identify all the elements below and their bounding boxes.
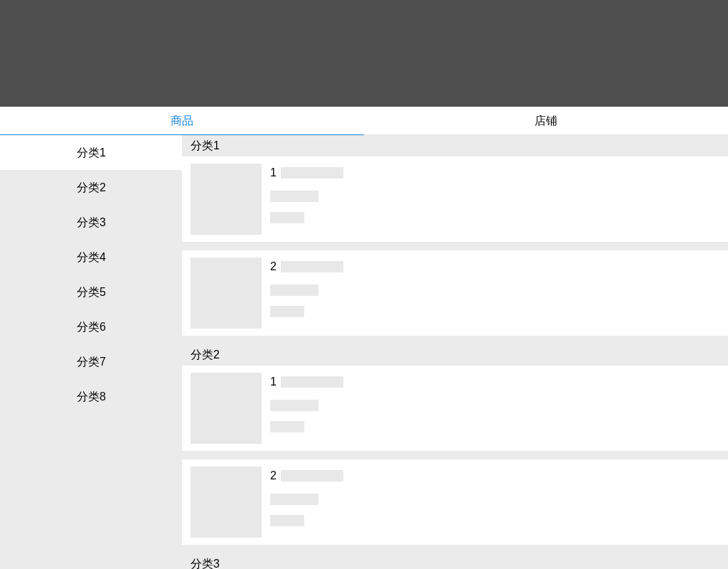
sidebar-item-category-2[interactable]: 分类2 [0,170,182,205]
sidebar-item-category-4[interactable]: 分类4 [0,240,182,275]
item-info: 1 [270,164,343,223]
item-line-skeleton [270,515,304,526]
item-info: 2 [270,257,343,317]
item-thumbnail [191,164,262,235]
item-index: 1 [270,376,277,388]
item-index: 2 [270,260,277,273]
item-line-skeleton [270,306,304,317]
list-item[interactable]: 1 [182,156,728,242]
item-thumbnail [191,257,262,329]
list-item[interactable]: 2 [182,250,728,336]
item-title-skeleton [281,167,343,179]
content[interactable]: 分类1 1 2 分类2 [182,135,728,569]
sidebar-item-category-3[interactable]: 分类3 [0,205,182,240]
header-banner [0,0,728,107]
list-item[interactable]: 1 [182,366,728,451]
item-thumbnail [191,373,262,444]
item-index: 2 [270,469,277,482]
section-header: 分类3 [182,553,728,569]
item-thumbnail [191,467,262,538]
sidebar-item-category-5[interactable]: 分类5 [0,275,182,309]
item-info: 2 [270,467,343,526]
tab-products[interactable]: 商品 [0,107,364,134]
sidebar: 分类1 分类2 分类3 分类4 分类5 分类6 分类7 分类8 [0,135,182,569]
item-line-skeleton [270,400,318,411]
item-index: 1 [270,166,277,179]
list-item[interactable]: 2 [182,459,728,545]
item-line-skeleton [270,191,318,202]
item-line-skeleton [270,494,318,505]
item-line-skeleton [270,212,304,223]
body: 分类1 分类2 分类3 分类4 分类5 分类6 分类7 分类8 分类1 1 [0,135,728,569]
item-title-skeleton [281,261,343,272]
sidebar-item-category-1[interactable]: 分类1 [0,135,182,170]
item-title-skeleton [281,376,343,388]
section-header: 分类1 [182,135,728,156]
item-line-skeleton [270,284,318,296]
tab-shops[interactable]: 店铺 [364,107,728,134]
item-line-skeleton [270,421,304,432]
sidebar-item-category-7[interactable]: 分类7 [0,344,182,379]
section-header: 分类2 [182,344,728,366]
tabs: 商品 店铺 [0,107,728,135]
sidebar-item-category-8[interactable]: 分类8 [0,379,182,414]
item-info: 1 [270,373,343,432]
item-title-skeleton [281,470,343,482]
sidebar-item-category-6[interactable]: 分类6 [0,309,182,344]
